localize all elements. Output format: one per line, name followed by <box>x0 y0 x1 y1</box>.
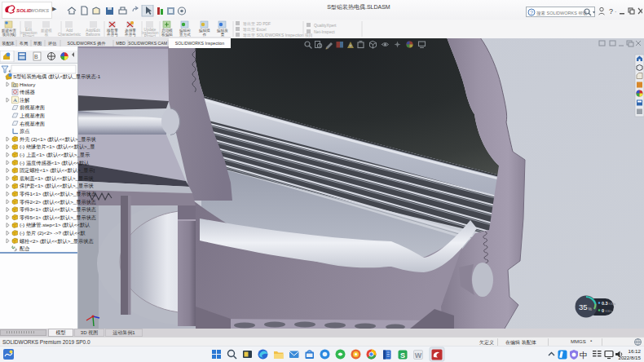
svg-text:16:12: 16:12 <box>629 348 642 354</box>
svg-text:History: History <box>20 82 36 87</box>
svg-text:右视基准面: 右视基准面 <box>20 121 45 127</box>
svg-text:导出至 Excel: 导出至 Excel <box>243 27 267 32</box>
svg-text:Net-Inspect: Net-Inspect <box>314 29 335 34</box>
svg-text:0.3: 0.3 <box>602 301 608 306</box>
svg-text:(-) 绝缘垫片<1> (默认<<默认>_显: (-) 绝缘垫片<1> (默认<<默认>_显 <box>20 143 95 150</box>
svg-text:%: % <box>589 307 593 311</box>
svg-text:?: ? <box>530 10 533 15</box>
svg-text:35: 35 <box>579 302 588 311</box>
svg-text:底制盖<1> (默认<<默认>_显示状: 底制盖<1> (默认<<默认>_显示状 <box>20 175 94 182</box>
svg-text:2022/8/15: 2022/8/15 <box>618 355 641 360</box>
svg-text:外壳 (2)<1> (默认<<默认>_显示状: 外壳 (2)<1> (默认<<默认>_显示状 <box>20 136 96 143</box>
svg-text:配合: 配合 <box>20 245 29 252</box>
svg-text:?: ? <box>609 7 613 15</box>
svg-text:上视基准面: 上视基准面 <box>20 113 45 119</box>
svg-text:零件5<1> (默认<<默认>_显示状态: 零件5<1> (默认<<默认>_显示状态 <box>20 214 96 221</box>
svg-text:保护套<1> (默认<<默认>_显示状: 保护套<1> (默认<<默认>_显示状 <box>20 183 94 189</box>
svg-text:传感器: 传感器 <box>20 89 35 95</box>
svg-text:评估: 评估 <box>48 41 57 46</box>
svg-text:QualityXpert: QualityXpert <box>314 23 337 28</box>
svg-text:前视基准面: 前视基准面 <box>20 104 45 111</box>
svg-text:SOLIDWORKS Inspection: SOLIDWORKS Inspection <box>175 41 224 46</box>
svg-text:中: 中 <box>580 351 588 360</box>
svg-text:布局: 布局 <box>20 41 28 46</box>
svg-text:KB/s: KB/s <box>609 302 615 306</box>
svg-text:SOLIDWORKS CAM: SOLIDWORKS CAM <box>128 41 167 46</box>
svg-text:KB/s: KB/s <box>606 309 612 313</box>
svg-text:(-) 上盖<1> (默认<<默认>_显示: (-) 上盖<1> (默认<<默认>_显示 <box>20 152 90 158</box>
svg-text:零件1<1> (默认<<默认>_显示状态: 零件1<1> (默认<<默认>_显示状态 <box>20 191 96 197</box>
svg-text:(-) 垫片 (2)<2> ->? (默认<<默: (-) 垫片 (2)<2> ->? (默认<<默 <box>20 230 86 236</box>
svg-text:原点: 原点 <box>20 128 29 135</box>
svg-text:S型铅装热电偶 (默认<默认_显示状态-1: S型铅装热电偶 (默认<默认_显示状态-1 <box>13 73 101 80</box>
svg-text:·: · <box>615 9 616 15</box>
svg-text:MBD: MBD <box>116 41 126 46</box>
svg-text:草图: 草图 <box>33 41 42 46</box>
svg-text:导出至 2D PDF: 导出至 2D PDF <box>243 21 271 26</box>
svg-text:装配体: 装配体 <box>2 41 15 46</box>
svg-text:B: B <box>34 54 38 60</box>
svg-text:零件3<1> (默认<<默认>_显示状态: 零件3<1> (默认<<默认>_显示状态 <box>20 206 96 213</box>
svg-text:零件2<2> (默认<<默认>_显示状态: 零件2<2> (默认<<默认>_显示状态 <box>20 199 96 205</box>
svg-text:(-) 绝缘管.step<1> (默认<<默认: (-) 绝缘管.step<1> (默认<<默认 <box>20 222 90 228</box>
svg-text:注解: 注解 <box>20 97 29 104</box>
svg-text:导出至 SOLIDWORKS Inspection 项目: 导出至 SOLIDWORKS Inspection 项目 <box>243 33 313 38</box>
svg-text:0: 0 <box>602 308 604 313</box>
svg-text:WORKS: WORKS <box>30 7 51 13</box>
svg-text:S: S <box>400 351 405 360</box>
svg-text:A: A <box>13 97 17 104</box>
svg-text:W: W <box>415 351 422 360</box>
svg-text:固定螺栓<1> (默认<<默认>_显示]: 固定螺栓<1> (默认<<默认>_显示] <box>20 167 95 174</box>
svg-text:螺栓<2> (默认<<默认>_显示状态: 螺栓<2> (默认<<默认>_显示状态 <box>20 238 94 245</box>
svg-text:SOLIDWORKS 插件: SOLIDWORKS 插件 <box>68 41 107 46</box>
svg-text:(-) 温度传感器<1> (默认<<默认: (-) 温度传感器<1> (默认<<默认 <box>20 160 90 166</box>
